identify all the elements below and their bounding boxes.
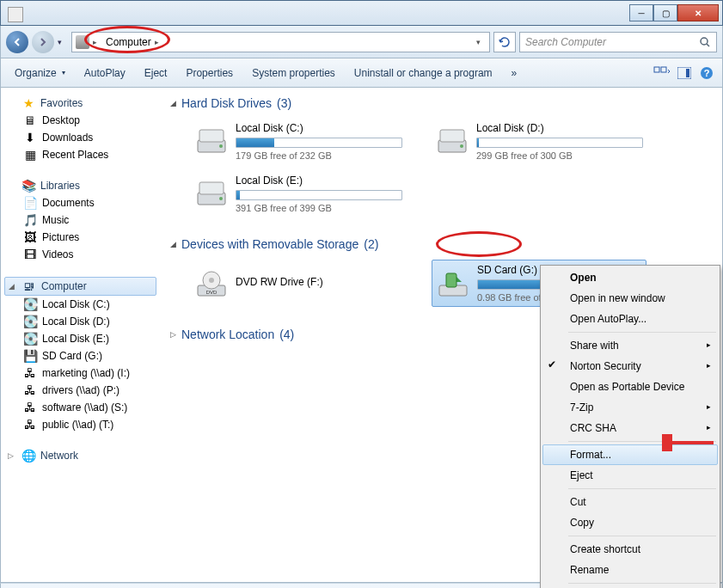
sidebar-item-pictures[interactable]: 🖼Pictures [4,229,156,246]
ctx-open-new-window[interactable]: Open in new window [542,288,718,309]
sidebar-item-net-i[interactable]: 🖧marketing (\\ad) (I:) [4,364,156,382]
star-icon: ★ [21,96,35,110]
netdrive-icon: 🖧 [23,418,37,432]
drive-c[interactable]: Local Disk (C:) 179 GB free of 232 GB [191,119,406,164]
maximize-button[interactable]: ▢ [653,4,677,21]
network-icon: 🌐 [21,449,35,462]
dvd-icon: DVD [194,266,229,301]
organize-menu[interactable]: Organize▾ [6,64,74,83]
ctx-portable[interactable]: Open as Portable Device [542,377,718,397]
search-placeholder: Search Computer [525,36,606,48]
sidebar-item-videos[interactable]: 🎞Videos [4,246,156,263]
documents-icon: 📄 [23,196,37,210]
ctx-crc-sha[interactable]: CRC SHA▸ [542,418,718,438]
desktop-icon: 🖥 [23,113,37,127]
favorites-group[interactable]: ★Favorites [4,95,156,112]
minimize-button[interactable]: ─ [629,4,653,21]
svg-point-18 [209,278,214,283]
help-button[interactable]: ? [696,64,717,83]
drive-e[interactable]: Local Disk (E:) 391 GB free of 399 GB [191,171,406,217]
ctx-open[interactable]: Open [542,267,718,288]
section-count: (4) [279,328,294,341]
sidebar-item-net-p[interactable]: 🖧drivers (\\ad) (P:) [4,382,156,399]
refresh-button[interactable] [493,32,516,52]
ctx-cut[interactable]: Cut [542,492,718,512]
address-dropdown[interactable]: ▾ [471,38,486,46]
breadcrumb-label: Computer [106,36,151,48]
computer-icon: 🖳 [22,279,36,293]
drive-d[interactable]: Local Disk (D:) 299 GB free of 300 GB [432,119,646,164]
ctx-rename[interactable]: Rename [542,560,718,580]
netdrive-icon: 🖧 [23,383,37,397]
ctx-eject[interactable]: Eject [542,465,718,486]
collapse-icon: ◢ [170,99,176,107]
close-button[interactable]: ✕ [677,4,719,21]
sidebar-item-desktop[interactable]: 🖥Desktop [4,112,156,129]
submenu-arrow-icon: ▸ [707,423,711,432]
computer-group[interactable]: ◢🖳Computer [4,277,156,296]
sidebar-item-drive-e[interactable]: 💽Local Disk (E:) [4,330,156,347]
navigation-pane: ★Favorites 🖥Desktop ⬇Downloads ▦Recent P… [1,88,160,582]
uninstall-button[interactable]: Uninstall or change a program [346,64,501,83]
title-bar: ─ ▢ ✕ [0,0,723,26]
context-menu: Open Open in new window Open AutoPlay...… [540,265,720,588]
drive-dvd[interactable]: DVD DVD RW Drive (F:) [191,260,406,307]
search-box[interactable]: Search Computer [519,32,717,52]
ctx-create-shortcut[interactable]: Create shortcut [542,539,718,560]
submenu-arrow-icon: ▸ [707,402,711,411]
section-hdd[interactable]: ◢ Hard Disk Drives (3) [170,95,712,112]
svg-rect-21 [446,273,456,287]
ctx-open-autoplay[interactable]: Open AutoPlay... [542,309,718,329]
sidebar-item-recent[interactable]: ▦Recent Places [4,146,156,163]
usage-bar [476,138,643,148]
sidebar-item-net-s[interactable]: 🖧software (\\ad) (S:) [4,399,156,416]
back-button[interactable] [6,31,28,53]
section-removable[interactable]: ◢ Devices with Removable Storage (2) [170,236,712,253]
music-icon: 🎵 [23,213,37,227]
overflow-button[interactable]: » [503,64,526,83]
sidebar-item-net-t[interactable]: 🖧public (\\ad) (T:) [4,416,156,433]
hdd-icon [194,177,229,211]
history-dropdown[interactable]: ▾ [58,38,68,46]
netdrive-icon: 🖧 [23,401,37,414]
sidebar-item-downloads[interactable]: ⬇Downloads [4,129,156,146]
sdcard-icon [436,266,470,301]
disk-icon: 💽 [23,297,37,311]
sidebar-item-music[interactable]: 🎵Music [4,211,156,229]
downloads-icon: ⬇ [23,131,37,144]
svg-rect-11 [440,130,464,142]
properties-button[interactable]: Properties [177,64,242,83]
autoplay-button[interactable]: AutoPlay [76,64,134,83]
collapse-icon: ◢ [170,240,176,248]
ctx-7zip[interactable]: 7-Zip▸ [542,397,718,418]
sidebar-item-drive-d[interactable]: 💽Local Disk (D:) [4,313,156,330]
network-group[interactable]: ▷🌐Network [4,447,156,464]
ctx-share-with[interactable]: Share with▸ [542,335,718,356]
navigation-bar: ▾ ▸ Computer ▸ ▾ Search Computer [0,26,723,58]
submenu-arrow-icon: ▸ [707,340,711,349]
section-count: (3) [277,96,291,110]
libraries-group[interactable]: 📚Libraries [4,177,156,194]
ctx-copy[interactable]: Copy [542,512,718,533]
svg-text:DVD: DVD [206,290,218,295]
videos-icon: 🎞 [23,248,37,261]
breadcrumb-computer[interactable]: Computer ▸ [101,34,164,50]
preview-pane-button[interactable] [674,64,695,83]
svg-text:?: ? [704,68,710,78]
eject-button[interactable]: Eject [136,64,176,83]
sidebar-item-drive-c[interactable]: 💽Local Disk (C:) [4,296,156,313]
pictures-icon: 🖼 [23,230,37,244]
svg-rect-2 [661,67,666,72]
ctx-norton[interactable]: ✔Norton Security▸ [542,356,718,377]
forward-button[interactable] [32,31,54,53]
view-options-button[interactable] [652,64,672,83]
ctx-format[interactable]: Format... [542,444,718,465]
system-properties-button[interactable]: System properties [243,64,344,83]
sidebar-item-sdcard[interactable]: 💾SD Card (G:) [4,347,156,364]
address-bar[interactable]: ▸ Computer ▸ ▾ [71,32,490,52]
svg-point-0 [701,38,708,45]
sdcard-icon: 💾 [23,349,37,363]
expand-icon: ▷ [170,330,176,339]
sidebar-item-documents[interactable]: 📄Documents [4,194,156,211]
section-count: (2) [364,237,378,251]
